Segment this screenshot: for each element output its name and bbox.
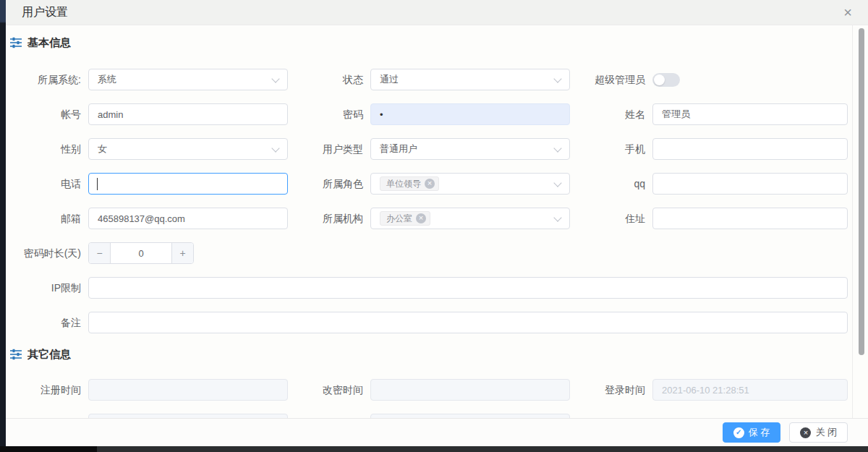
email-label: 邮箱 bbox=[10, 208, 88, 229]
email-input[interactable] bbox=[88, 208, 288, 229]
org-select[interactable]: 办公室 × bbox=[370, 208, 570, 229]
increase-button[interactable]: + bbox=[171, 243, 193, 263]
sliders-icon bbox=[10, 37, 22, 48]
form-row: 密码时长(天) − 0 + bbox=[10, 242, 868, 264]
check-circle-icon: ✓ bbox=[733, 427, 744, 438]
address-label: 住址 bbox=[570, 208, 652, 229]
form-row: 性别 女 用户类型 普通用户 手机 bbox=[10, 138, 868, 160]
login-time-label: 登录时间 bbox=[570, 379, 652, 401]
chevron-down-icon bbox=[553, 74, 561, 82]
role-label: 所属角色 bbox=[288, 173, 370, 195]
toggle-knob bbox=[654, 74, 665, 85]
gender-select[interactable]: 女 bbox=[88, 138, 288, 160]
account-input[interactable] bbox=[88, 103, 288, 125]
x-circle-icon: × bbox=[800, 427, 811, 438]
system-label: 所属系统: bbox=[10, 69, 88, 90]
password-masked-value: • bbox=[380, 109, 383, 120]
dialog-title: 用户设置 bbox=[22, 5, 68, 20]
password-label: 密码 bbox=[288, 103, 370, 125]
change-pwd-time-label: 改密时间 bbox=[288, 379, 370, 401]
form-row: 邮箱 所属机构 办公室 × 住址 bbox=[10, 208, 868, 229]
form-row: 注册时间 改密时间 登录时间 bbox=[10, 379, 868, 401]
dialog-body: 基本信息 所属系统: 系统 状态 通过 超级管理员 帐号 密码 • bbox=[6, 25, 868, 418]
remark-label: 备注 bbox=[10, 312, 88, 333]
scrollbar-track-border bbox=[852, 25, 853, 418]
user-type-label: 用户类型 bbox=[288, 138, 370, 160]
background-left-panel bbox=[0, 0, 6, 452]
remark-input[interactable] bbox=[88, 312, 848, 333]
dialog-header: 用户设置 × bbox=[6, 0, 868, 25]
user-type-select[interactable]: 普通用户 bbox=[370, 138, 570, 160]
password-days-value[interactable]: 0 bbox=[111, 243, 171, 263]
form-row: 帐号 密码 • 姓名 bbox=[10, 103, 868, 125]
phone-label: 电话 bbox=[10, 173, 88, 195]
clipped-disabled-input bbox=[88, 414, 288, 418]
chevron-down-icon bbox=[553, 213, 561, 221]
status-select[interactable]: 通过 bbox=[370, 69, 570, 90]
chevron-down-icon bbox=[271, 74, 279, 82]
save-button[interactable]: ✓ 保 存 bbox=[723, 422, 781, 443]
name-label: 姓名 bbox=[570, 103, 652, 125]
name-input[interactable] bbox=[652, 103, 848, 125]
form-row: 电话 所属角色 单位领导 × qq bbox=[10, 173, 868, 195]
section-other-info: 其它信息 bbox=[10, 346, 868, 362]
mobile-input[interactable] bbox=[652, 138, 848, 160]
section-title-text: 基本信息 bbox=[27, 36, 71, 50]
text-cursor bbox=[97, 178, 98, 190]
role-tag-label: 单位领导 bbox=[386, 178, 421, 190]
background-bottom bbox=[0, 446, 868, 452]
super-admin-toggle[interactable] bbox=[652, 73, 680, 87]
chevron-down-icon bbox=[271, 144, 279, 152]
close-button-label: 关 闭 bbox=[815, 426, 837, 439]
super-admin-label: 超级管理员 bbox=[570, 69, 652, 90]
scrollbar-thumb[interactable] bbox=[859, 28, 864, 355]
account-label: 帐号 bbox=[10, 103, 88, 125]
password-days-label: 密码时长(天) bbox=[10, 242, 88, 264]
change-pwd-time-input bbox=[370, 379, 570, 401]
user-settings-dialog: 用户设置 × 基本信息 所属系统: 系统 状态 通过 bbox=[6, 0, 868, 446]
form-row: 所属系统: 系统 状态 通过 超级管理员 bbox=[10, 69, 868, 90]
close-button[interactable]: × 关 闭 bbox=[789, 422, 848, 443]
system-select-value: 系统 bbox=[98, 73, 116, 86]
mobile-label: 手机 bbox=[570, 138, 652, 160]
sliders-icon bbox=[10, 349, 22, 360]
save-button-label: 保 存 bbox=[749, 426, 770, 439]
decrease-button[interactable]: − bbox=[89, 243, 111, 263]
gender-label: 性别 bbox=[10, 138, 88, 160]
register-time-label: 注册时间 bbox=[10, 379, 88, 401]
role-tag: 单位领导 × bbox=[380, 176, 439, 191]
qq-input[interactable] bbox=[652, 173, 848, 195]
system-select[interactable]: 系统 bbox=[88, 69, 288, 90]
address-input[interactable] bbox=[652, 208, 848, 229]
user-type-select-value: 普通用户 bbox=[380, 142, 417, 155]
dialog-close-icon[interactable]: × bbox=[843, 5, 852, 20]
role-select[interactable]: 单位领导 × bbox=[370, 173, 570, 195]
ip-limit-label: IP限制 bbox=[10, 277, 88, 299]
ip-limit-input[interactable] bbox=[88, 277, 848, 299]
form-row: IP限制 bbox=[10, 277, 868, 299]
tag-remove-icon[interactable]: × bbox=[425, 179, 435, 189]
org-tag: 办公室 × bbox=[380, 211, 430, 226]
qq-label: qq bbox=[570, 173, 652, 195]
section-basic-info: 基本信息 bbox=[10, 35, 868, 51]
status-label: 状态 bbox=[288, 69, 370, 90]
password-input[interactable]: • bbox=[370, 103, 570, 125]
login-time-input bbox=[652, 379, 848, 401]
form-row-clipped bbox=[10, 414, 868, 418]
section-title-text: 其它信息 bbox=[27, 348, 71, 362]
chevron-down-icon bbox=[553, 179, 561, 187]
status-select-value: 通过 bbox=[380, 73, 399, 86]
tag-remove-icon[interactable]: × bbox=[416, 213, 426, 223]
chevron-down-icon bbox=[553, 144, 561, 152]
register-time-input bbox=[88, 379, 288, 401]
clipped-disabled-input bbox=[370, 414, 570, 418]
org-label: 所属机构 bbox=[288, 208, 370, 229]
dialog-footer: ✓ 保 存 × 关 闭 bbox=[6, 418, 868, 446]
gender-select-value: 女 bbox=[98, 142, 107, 155]
phone-input[interactable] bbox=[88, 173, 288, 195]
org-tag-label: 办公室 bbox=[386, 213, 412, 225]
password-days-stepper: − 0 + bbox=[88, 242, 194, 264]
form-row: 备注 bbox=[10, 312, 868, 333]
